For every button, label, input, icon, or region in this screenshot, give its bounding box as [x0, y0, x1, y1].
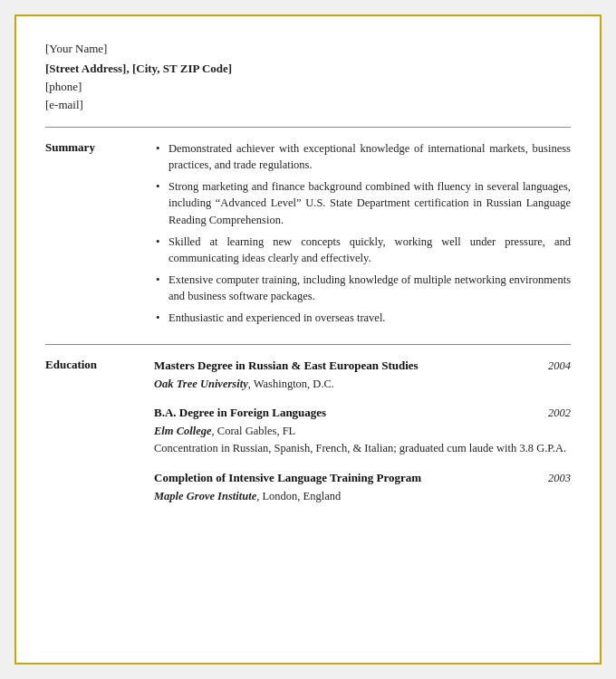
edu-year: 2003 — [548, 470, 571, 486]
summary-content: Demonstrated achiever with exceptional k… — [154, 140, 571, 331]
edu-school: Oak Tree University, Washington, D.C. — [154, 376, 571, 392]
summary-bullet-item: Demonstrated achiever with exceptional k… — [154, 140, 571, 173]
header-section: [Your Name] [Street Address], [City, ST … — [45, 42, 571, 112]
header-divider — [45, 127, 571, 128]
edu-degree: Masters Degree in Russian & East Europea… — [154, 358, 541, 375]
header-address: [Street Address], [City, ST ZIP Code] — [45, 62, 571, 76]
header-name: [Your Name] — [45, 42, 571, 56]
education-entry: Masters Degree in Russian & East Europea… — [154, 358, 571, 392]
edu-degree: B.A. Degree in Foreign Languages — [154, 405, 541, 422]
edu-header-row: Masters Degree in Russian & East Europea… — [154, 358, 571, 375]
education-content: Masters Degree in Russian & East Europea… — [154, 358, 571, 516]
edu-school-name: Oak Tree University — [154, 378, 248, 390]
edu-header-row: B.A. Degree in Foreign Languages2002 — [154, 405, 571, 422]
summary-bullet-item: Skilled at learning new concepts quickly… — [154, 234, 571, 266]
education-entry: Completion of Intensive Language Trainin… — [154, 470, 571, 504]
edu-details: Concentration in Russian, Spanish, Frenc… — [154, 441, 571, 457]
edu-header-row: Completion of Intensive Language Trainin… — [154, 470, 571, 487]
edu-school-name: Maple Grove Institute — [154, 490, 256, 502]
edu-degree: Completion of Intensive Language Trainin… — [154, 470, 541, 487]
summary-bullet-item: Enthusiastic and experienced in overseas… — [154, 310, 571, 326]
summary-section: Summary Demonstrated achiever with excep… — [45, 140, 571, 331]
summary-bullet-item: Extensive computer training, including k… — [154, 272, 571, 304]
edu-year: 2002 — [548, 405, 571, 421]
header-email: [e-mail] — [45, 98, 571, 112]
education-divider — [45, 344, 571, 345]
education-section: Education Masters Degree in Russian & Ea… — [45, 358, 571, 516]
summary-bullet-list: Demonstrated achiever with exceptional k… — [154, 140, 571, 326]
edu-year: 2004 — [548, 358, 571, 374]
summary-label: Summary — [45, 140, 154, 331]
header-phone: [phone] — [45, 80, 571, 94]
summary-bullet-item: Strong marketing and finance background … — [154, 178, 571, 227]
education-label: Education — [45, 358, 154, 516]
resume-page: [Your Name] [Street Address], [City, ST … — [14, 14, 602, 665]
education-entry: B.A. Degree in Foreign Languages2002Elm … — [154, 405, 571, 456]
edu-school: Elm College, Coral Gables, FL — [154, 423, 571, 439]
edu-school-name: Elm College — [154, 425, 212, 437]
edu-school: Maple Grove Institute, London, England — [154, 488, 571, 504]
